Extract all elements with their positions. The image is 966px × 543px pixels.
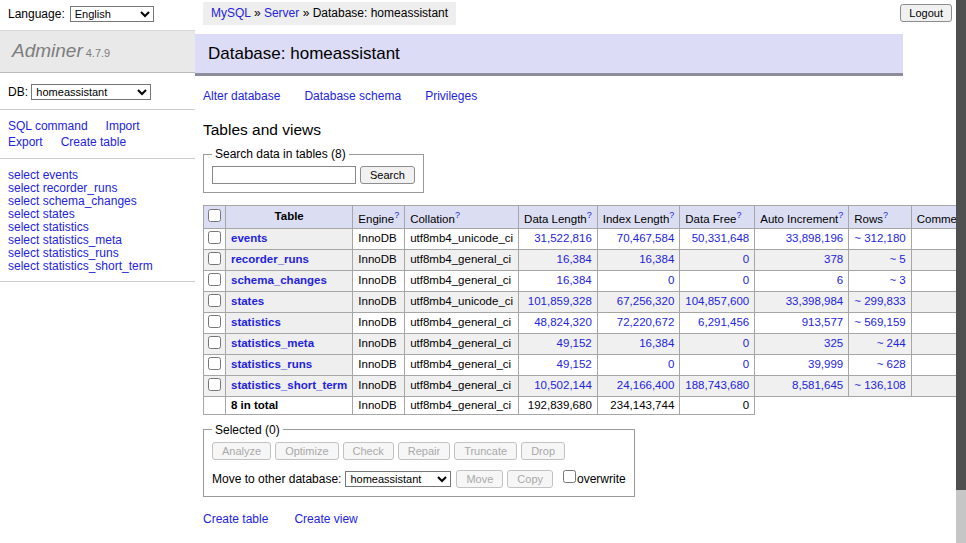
row-checkbox[interactable]: [208, 231, 221, 244]
sidebar-select-statistics_short_term[interactable]: select statistics_short_term: [8, 260, 187, 273]
auto-increment-link[interactable]: 8,581,645: [792, 379, 843, 391]
data-length-link[interactable]: 49,152: [557, 358, 592, 370]
selected-legend: Selected (0): [212, 423, 283, 437]
table-name-link[interactable]: statistics_runs: [231, 358, 312, 370]
index-length-link[interactable]: 0: [668, 358, 674, 370]
data-length-link[interactable]: 16,384: [557, 253, 592, 265]
index-length-link[interactable]: 70,467,584: [617, 232, 675, 244]
data-length-link[interactable]: 31,522,816: [534, 232, 592, 244]
index-length-link[interactable]: 16,384: [639, 253, 674, 265]
table-name-link[interactable]: statistics_short_term: [231, 379, 347, 391]
auto-increment-link[interactable]: 39,999: [808, 358, 843, 370]
row-checkbox[interactable]: [208, 315, 221, 328]
data-length-link[interactable]: 101,859,328: [528, 295, 592, 307]
tables-heading: Tables and views: [203, 121, 903, 139]
select-all-checkbox[interactable]: [208, 209, 221, 222]
row-checkbox[interactable]: [208, 273, 221, 286]
auto-increment-link[interactable]: 325: [824, 337, 843, 349]
index-length-link[interactable]: 72,220,672: [617, 316, 675, 328]
index-length-link[interactable]: 16,384: [639, 337, 674, 349]
rows-link[interactable]: ~ 244: [877, 337, 906, 349]
search-input[interactable]: [212, 166, 356, 184]
sidebar-action-import[interactable]: Import: [106, 119, 140, 133]
scrollbar-thumb[interactable]: [956, 0, 966, 490]
nav-alter-database[interactable]: Alter database: [203, 89, 280, 103]
help-link-engine[interactable]: ?: [394, 210, 399, 220]
move-button[interactable]: Move: [456, 470, 503, 488]
row-checkbox[interactable]: [208, 294, 221, 307]
rows-link[interactable]: ~ 312,180: [854, 232, 905, 244]
breadcrumb-link[interactable]: Server: [264, 6, 299, 20]
breadcrumb-separator: »: [254, 6, 261, 20]
table-name-link[interactable]: statistics: [231, 316, 281, 328]
index-length-link[interactable]: 67,256,320: [617, 295, 675, 307]
row-checkbox[interactable]: [208, 357, 221, 370]
db-select[interactable]: homeassistant: [31, 84, 151, 100]
app-name[interactable]: Adminer: [12, 40, 83, 61]
row-checkbox[interactable]: [208, 378, 221, 391]
data-length-link[interactable]: 49,152: [557, 337, 592, 349]
auto-increment-link[interactable]: 378: [824, 253, 843, 265]
rows-link[interactable]: ~ 569,159: [854, 316, 905, 328]
row-checkbox[interactable]: [208, 336, 221, 349]
auto-increment-link[interactable]: 913,577: [802, 316, 844, 328]
rows-link[interactable]: ~ 3: [889, 274, 905, 286]
sidebar-action-export[interactable]: Export: [8, 135, 43, 149]
cell-auto-increment: 8,581,645: [755, 375, 849, 396]
drop-button[interactable]: Drop: [521, 442, 565, 460]
copy-button[interactable]: Copy: [507, 470, 553, 488]
scrollbar[interactable]: [956, 0, 966, 543]
truncate-button[interactable]: Truncate: [454, 442, 517, 460]
check-button[interactable]: Check: [343, 442, 394, 460]
data-length-link[interactable]: 10,502,144: [534, 379, 592, 391]
data-length-link[interactable]: 48,824,320: [534, 316, 592, 328]
row-checkbox[interactable]: [208, 252, 221, 265]
sidebar-action-sql-command[interactable]: SQL command: [8, 119, 88, 133]
data-free-link[interactable]: 6,291,456: [698, 316, 749, 328]
help-link-auto-increment[interactable]: ?: [838, 210, 843, 220]
cell-checkbox: [204, 333, 226, 354]
table-name-link[interactable]: schema_changes: [231, 274, 327, 286]
data-free-link[interactable]: 0: [743, 337, 749, 349]
overwrite-checkbox[interactable]: [563, 470, 576, 483]
rows-link[interactable]: ~ 136,108: [854, 379, 905, 391]
help-link-index-length[interactable]: ?: [669, 210, 674, 220]
data-free-link[interactable]: 0: [743, 274, 749, 286]
auto-increment-link[interactable]: 33,898,196: [786, 232, 844, 244]
data-length-link[interactable]: 16,384: [557, 274, 592, 286]
help-link-collation[interactable]: ?: [455, 210, 460, 220]
optimize-button[interactable]: Optimize: [275, 442, 338, 460]
cell-rows: ~ 3: [849, 270, 911, 291]
rows-link[interactable]: ~ 628: [877, 358, 906, 370]
auto-increment-link[interactable]: 6: [837, 274, 843, 286]
data-free-link[interactable]: 50,331,648: [692, 232, 750, 244]
search-button[interactable]: Search: [360, 166, 415, 184]
help-link-data-length[interactable]: ?: [587, 210, 592, 220]
help-link-rows[interactable]: ?: [883, 210, 888, 220]
move-db-select[interactable]: homeassistant: [345, 471, 451, 487]
rows-link[interactable]: ~ 5: [889, 253, 905, 265]
table-name-link[interactable]: statistics_meta: [231, 337, 314, 349]
data-free-link[interactable]: 104,857,600: [685, 295, 749, 307]
analyze-button[interactable]: Analyze: [212, 442, 271, 460]
table-name-link[interactable]: recorder_runs: [231, 253, 309, 265]
repair-button[interactable]: Repair: [398, 442, 450, 460]
create-view-link[interactable]: Create view: [294, 512, 357, 526]
rows-link[interactable]: ~ 299,833: [854, 295, 905, 307]
nav-privileges[interactable]: Privileges: [425, 89, 477, 103]
language-select[interactable]: English: [70, 6, 154, 22]
sidebar-action-create-table[interactable]: Create table: [61, 135, 126, 149]
table-name-link[interactable]: states: [231, 295, 264, 307]
index-length-link[interactable]: 0: [668, 274, 674, 286]
logout-button[interactable]: Logout: [900, 4, 952, 22]
breadcrumb-link[interactable]: MySQL: [211, 6, 251, 20]
create-table-link[interactable]: Create table: [203, 512, 268, 526]
data-free-link[interactable]: 0: [743, 253, 749, 265]
index-length-link[interactable]: 24,166,400: [617, 379, 675, 391]
table-name-link[interactable]: events: [231, 232, 267, 244]
data-free-link[interactable]: 0: [743, 358, 749, 370]
help-link-data-free[interactable]: ?: [736, 210, 741, 220]
nav-database-schema[interactable]: Database schema: [304, 89, 401, 103]
auto-increment-link[interactable]: 33,398,984: [786, 295, 844, 307]
data-free-link[interactable]: 188,743,680: [685, 379, 749, 391]
